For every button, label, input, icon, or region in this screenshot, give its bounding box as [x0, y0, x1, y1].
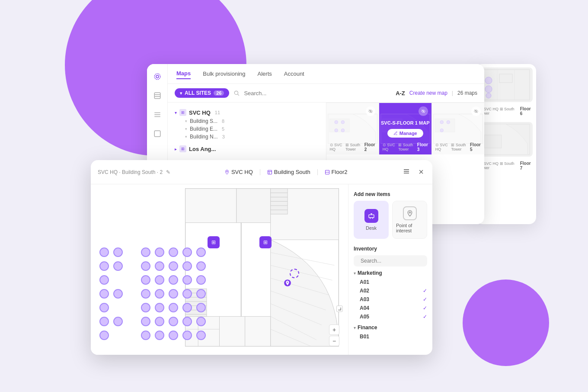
desk-dot[interactable] — [99, 247, 109, 257]
svg-point-83 — [287, 282, 288, 283]
desk-dot[interactable] — [169, 303, 178, 312]
desk-dot[interactable] — [99, 275, 109, 285]
tree-building-name-e: Building E... — [190, 126, 217, 132]
right-fragment-footer-2: ⊙ SVC HQ ⊞ South Tower Floor 7 — [479, 160, 533, 171]
drag-item-dashed[interactable] — [290, 269, 299, 278]
desk-dot[interactable] — [196, 275, 206, 285]
desk-dot[interactable] — [196, 317, 206, 326]
desk-dot[interactable] — [99, 331, 109, 340]
map-eye-icon-floor2[interactable] — [366, 106, 375, 116]
nav-item-maps[interactable]: Maps — [176, 70, 191, 79]
inventory-group-header-marketing[interactable]: ▾ Marketing — [354, 270, 427, 276]
desk-dot[interactable] — [196, 331, 206, 340]
desk-dot[interactable] — [182, 303, 192, 312]
sidebar-icon-home[interactable] — [152, 71, 163, 82]
zoom-in-button[interactable]: + — [329, 325, 339, 335]
desk-dot[interactable] — [113, 317, 123, 326]
desk-dot[interactable] — [141, 275, 150, 285]
desk-dot[interactable] — [155, 247, 164, 257]
inventory-search-bar — [354, 255, 427, 267]
map-eye-icon-floor3[interactable] — [419, 106, 428, 116]
nav-item-alerts[interactable]: Alerts — [258, 71, 272, 79]
desk-dot[interactable] — [141, 303, 150, 312]
inventory-item-b01[interactable]: B01 — [354, 332, 427, 341]
desk-dot[interactable] — [196, 247, 206, 257]
map-eye-icon-floor5[interactable] — [471, 106, 481, 116]
sidebar-icon-settings[interactable] — [152, 128, 163, 139]
desk-dot[interactable] — [169, 289, 178, 299]
desk-dot[interactable] — [169, 261, 178, 271]
desk-dot[interactable] — [99, 261, 109, 271]
desk-dot[interactable] — [196, 261, 206, 271]
map-card-floor3[interactable]: SVC-S-FLOOR 1 MAP Manage — [379, 103, 432, 154]
desk-icon-2[interactable]: ⊞ — [259, 236, 272, 248]
desk-dot[interactable] — [169, 275, 178, 285]
desk-dot[interactable] — [196, 289, 206, 299]
tree-building-name-n: Building N... — [190, 134, 218, 140]
inventory-check-a02: ✓ — [423, 288, 427, 294]
location-pin-map[interactable] — [283, 279, 292, 289]
inventory-item-a05[interactable]: A05 ✓ — [354, 312, 427, 321]
tree-building-s[interactable]: ▾ Building S... 8 — [175, 117, 319, 125]
zoom-out-button[interactable]: − — [329, 336, 339, 346]
svg-point-4 — [485, 77, 492, 84]
sidebar-icon-list[interactable] — [152, 109, 163, 120]
floor-edit-icon[interactable]: ✎ — [166, 169, 170, 175]
desk-dot[interactable] — [155, 275, 164, 285]
inventory-item-a02[interactable]: A02 ✓ — [354, 286, 427, 295]
desk-dot[interactable] — [182, 275, 192, 285]
inventory-search-input[interactable] — [361, 258, 425, 264]
desk-dot[interactable] — [155, 303, 164, 312]
sidebar-icon-layers[interactable] — [152, 90, 163, 101]
floor-close-button[interactable]: × — [417, 165, 425, 179]
desk-dot[interactable] — [141, 317, 150, 326]
create-new-map-link[interactable]: Create new map — [409, 90, 447, 96]
desk-dot[interactable] — [99, 289, 109, 299]
svg-point-9 — [156, 75, 159, 78]
add-item-desk[interactable]: Desk — [354, 201, 389, 239]
desk-dot[interactable] — [141, 289, 150, 299]
floor-header-actions: × — [401, 165, 425, 179]
desk-dot[interactable] — [182, 331, 192, 340]
inventory-item-a04[interactable]: A04 ✓ — [354, 304, 427, 312]
inventory-group-header-finance[interactable]: ▾ Finance — [354, 325, 427, 331]
tree-building-e[interactable]: ▾ Building E... 5 — [175, 125, 319, 133]
desk-dot[interactable] — [99, 317, 109, 326]
desk-dot[interactable] — [182, 317, 192, 326]
tree-building-n[interactable]: ▾ Building N... 3 — [175, 133, 319, 141]
desk-dot[interactable] — [169, 331, 178, 340]
desk-dot[interactable] — [196, 303, 206, 312]
floor-map-area[interactable]: ⊞ ⊞ — [91, 184, 348, 355]
add-items-title: Add new items — [354, 191, 427, 197]
desk-dot[interactable] — [182, 289, 192, 299]
desk-dot[interactable] — [155, 317, 164, 326]
add-item-poi[interactable]: Point of interest — [392, 201, 427, 239]
desk-dot[interactable] — [155, 331, 164, 340]
right-fragment-footer-1: ⊙ SVC HQ ⊞ South Tower Floor 6 — [479, 106, 533, 117]
desk-icon-1[interactable]: ⊞ — [208, 236, 220, 248]
inventory-item-a01[interactable]: A01 — [354, 278, 427, 286]
desk-dot[interactable] — [155, 261, 164, 271]
desk-dot[interactable] — [182, 261, 192, 271]
svg-point-38 — [447, 121, 450, 124]
desk-dot[interactable] — [169, 317, 178, 326]
desk-dot[interactable] — [182, 247, 192, 257]
inventory-item-a03[interactable]: A03 ✓ — [354, 295, 427, 304]
desk-dot[interactable] — [113, 289, 123, 299]
desk-dot[interactable] — [141, 261, 150, 271]
desk-dot[interactable] — [141, 247, 150, 257]
nav-item-account[interactable]: Account — [284, 71, 304, 79]
map-card-floor2[interactable]: ⊙ SVC HQ ⊞ South Tower Floor 2 — [326, 103, 379, 154]
map-card-floor5[interactable]: ⊙ SVC HQ ⊞ South Tower Floor 5 — [432, 103, 484, 154]
desk-dot[interactable] — [99, 303, 109, 312]
desk-dot[interactable] — [155, 289, 164, 299]
desk-dot[interactable] — [169, 247, 178, 257]
desk-dot[interactable] — [113, 247, 123, 257]
maps-search-input[interactable] — [244, 90, 391, 96]
desk-dot[interactable] — [113, 261, 123, 271]
manage-button-floor3[interactable]: Manage — [387, 129, 423, 138]
nav-item-bulk[interactable]: Bulk provisioning — [203, 71, 245, 79]
desk-dot[interactable] — [141, 331, 150, 340]
floor-list-button[interactable] — [401, 166, 412, 178]
all-sites-badge[interactable]: ▾ ALL SITES 26 — [175, 88, 229, 98]
